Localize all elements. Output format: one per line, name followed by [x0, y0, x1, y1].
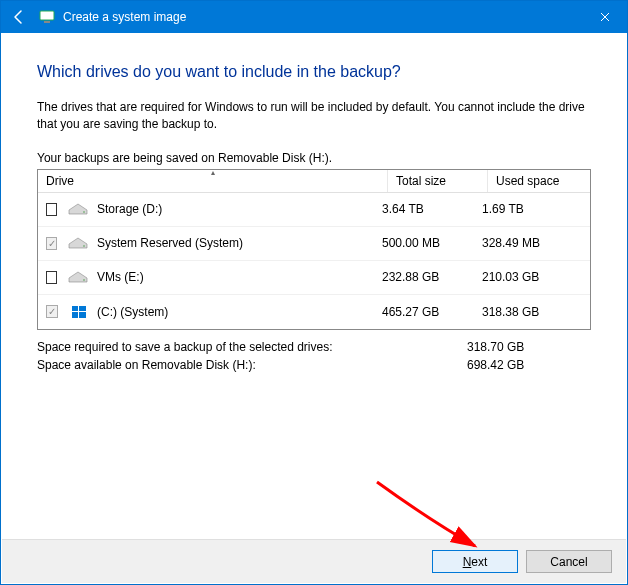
- hdd-icon: [67, 269, 89, 285]
- app-icon: [39, 9, 55, 25]
- sort-indicator-icon: ▴: [211, 168, 215, 177]
- drive-checkbox[interactable]: [46, 271, 57, 284]
- drive-name: Storage (D:): [97, 202, 382, 216]
- drive-used-space: 210.03 GB: [482, 270, 582, 284]
- drive-total-size: 3.64 TB: [382, 202, 482, 216]
- drive-name: (C:) (System): [97, 305, 382, 319]
- save-target-label: Your backups are being saved on Removabl…: [37, 151, 591, 165]
- drive-checkbox: ✓: [46, 237, 57, 250]
- drive-total-size: 465.27 GB: [382, 305, 482, 319]
- svg-rect-1: [44, 21, 50, 23]
- windows-drive-icon: [68, 304, 89, 320]
- drive-row: ✓(C:) (System)465.27 GB318.38 GB: [38, 295, 590, 329]
- svg-rect-8: [79, 312, 86, 318]
- drive-row: VMs (E:)232.88 GB210.03 GB: [38, 261, 590, 295]
- svg-rect-0: [40, 11, 54, 20]
- next-button[interactable]: Next: [432, 550, 518, 573]
- space-required-label: Space required to save a backup of the s…: [37, 338, 467, 356]
- column-header-used[interactable]: Used space: [488, 170, 588, 192]
- drive-checkbox[interactable]: [46, 203, 57, 216]
- drive-table: Drive ▴ Total size Used space Storage (D…: [37, 169, 591, 330]
- drive-total-size: 232.88 GB: [382, 270, 482, 284]
- svg-point-2: [83, 211, 85, 212]
- drive-name: VMs (E:): [97, 270, 382, 284]
- space-available-value: 698.42 GB: [467, 356, 567, 374]
- drive-checkbox: ✓: [46, 305, 58, 318]
- titlebar: Create a system image: [1, 1, 627, 33]
- drive-row: Storage (D:)3.64 TB1.69 TB: [38, 193, 590, 227]
- close-button[interactable]: [582, 1, 627, 33]
- cancel-button[interactable]: Cancel: [526, 550, 612, 573]
- hdd-icon: [67, 201, 89, 217]
- drive-used-space: 318.38 GB: [482, 305, 582, 319]
- drive-row: ✓System Reserved (System)500.00 MB328.49…: [38, 227, 590, 261]
- drive-table-header: Drive ▴ Total size Used space: [38, 170, 590, 193]
- page-description: The drives that are required for Windows…: [37, 99, 591, 133]
- svg-rect-5: [72, 306, 78, 311]
- hdd-icon: [67, 235, 89, 251]
- drive-used-space: 1.69 TB: [482, 202, 582, 216]
- back-button[interactable]: [7, 5, 31, 29]
- column-header-total[interactable]: Total size: [388, 170, 488, 192]
- svg-rect-6: [79, 306, 86, 311]
- space-available-label: Space available on Removable Disk (H:):: [37, 356, 467, 374]
- drive-used-space: 328.49 MB: [482, 236, 582, 250]
- svg-point-4: [83, 279, 85, 280]
- column-header-drive[interactable]: Drive ▴: [38, 170, 388, 192]
- page-heading: Which drives do you want to include in t…: [37, 63, 591, 81]
- summary: Space required to save a backup of the s…: [37, 338, 591, 374]
- drive-total-size: 500.00 MB: [382, 236, 482, 250]
- space-required-value: 318.70 GB: [467, 338, 567, 356]
- window-title: Create a system image: [63, 10, 186, 24]
- svg-rect-7: [72, 312, 78, 318]
- drive-name: System Reserved (System): [97, 236, 382, 250]
- content-area: Which drives do you want to include in t…: [1, 33, 627, 374]
- wizard-footer: Next Cancel: [2, 539, 626, 583]
- svg-point-3: [83, 245, 85, 246]
